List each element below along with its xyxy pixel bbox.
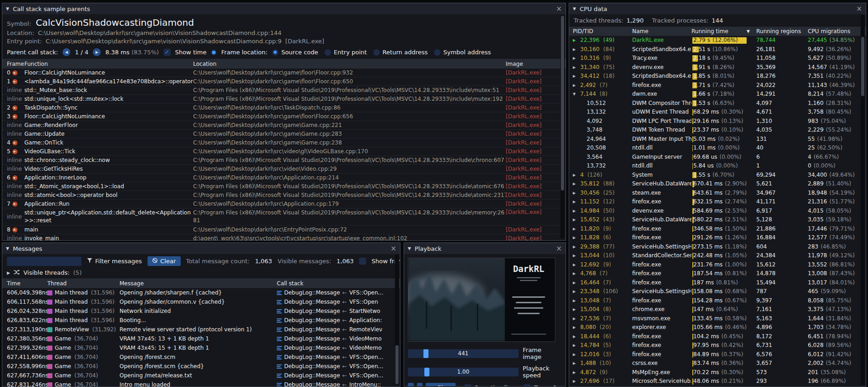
cpu-row[interactable]: 10,512DWM Compositor Thread1.53 s(6.63%)… [569,99,866,108]
cpu-row[interactable]: ▶14,984(50)devenv.exe584.69 ms(2.53%)6,9… [569,207,866,216]
cpu-row[interactable]: ▶34,412(18)ScriptedSandbox64.exe1.85 s(8… [569,72,866,81]
message-row[interactable]: 627,411,606nsGame(36,704)Opening /forest… [2,352,400,362]
callstack-frame-row[interactable]: inlinestd::unique_lock<std::mutex>::lock… [2,95,565,104]
radio-symbol-address[interactable]: Symbol address [434,49,491,56]
expand-icon[interactable]: ▶ [573,350,578,359]
callstack-scrollbar[interactable] [560,15,565,239]
cpu-row[interactable]: ▶15,004(8)chrome.exe147 ms(0.64%)7,1613,… [569,305,866,314]
expand-icon[interactable]: ▶ [573,314,578,323]
filter-messages-button[interactable]: Filter messages [87,258,142,265]
callstack-frame-row[interactable]: 6▶Application::InnerLoopC:\Users\wolf\De… [2,173,565,182]
callstack-frame-row[interactable]: inlineVideo::GetTicksHiResC:\Users\wolf\… [2,165,565,173]
callstack-titlebar[interactable]: ▼ Call stack sample parents × [2,3,565,14]
frame-jump-icon[interactable]: ▶ [12,149,17,154]
message-row[interactable]: 606,049,398nsMain thread(31,596)Opening … [2,288,400,297]
cpu-row[interactable]: 24,964DWM Master Input Thread5.03 ms(0.0… [569,135,866,144]
message-row[interactable]: 627,558,996nsGame(36,704)Opening /forest… [2,362,400,371]
cpu-row[interactable]: ▶22,396(49)DarkRL.exe2.79 s(12.06%)78,74… [569,36,866,45]
cpu-titlebar[interactable]: ▼ CPU data × [569,3,866,14]
playback-titlebar[interactable]: ▼ Playback × [404,243,565,254]
cpu-row[interactable]: ▶27,696(17)Microsoft.ServiceHub.Controll… [569,377,866,386]
cpu-row[interactable]: ▶11,820(9)firefox.exe346.58 ms(1.50%)21,… [569,225,866,234]
expand-icon[interactable]: ▶ [573,323,578,332]
callstack-frame-row[interactable]: 0▶Floor::CalcLightNoLuminanceC:\Users\wo… [2,69,565,77]
clear-button[interactable]: Clear [148,256,181,266]
next-frame-button[interactable]: ▶ [417,383,423,387]
cpu-row[interactable]: ▶23,348(106)ServiceHub.SettingsHost.exe1… [569,287,866,296]
prev-frame-button[interactable]: ◀ [408,383,414,387]
column-header-cpu-migrations[interactable]: CPU migrations [808,28,866,35]
cpu-row[interactable]: ▶11,828(6)firefox.exe291.26 ms(1.26%)16,… [569,233,866,243]
visible-threads-expander[interactable]: ▶ [7,271,10,275]
cpu-row[interactable]: ▶30,160(84)ScriptedSandbox64.exe2.51 s(1… [569,45,866,54]
frame-jump-icon[interactable]: ▶ [12,105,17,110]
callstack-list-icon[interactable] [277,300,282,305]
expand-icon[interactable]: ▶ [573,287,578,296]
column-header-pid-tid[interactable]: PID/TID [569,28,632,35]
callstack-list-icon[interactable] [277,309,282,314]
collapse-icon[interactable]: ▼ [573,6,576,11]
expand-icon[interactable]: ▶ [573,81,578,90]
expand-icon[interactable]: ▶ [573,332,578,341]
cpu-row[interactable]: ▶10,316(9)Tracy.exe2.18 s(9.45%)11,0585,… [569,54,866,63]
cpu-row[interactable]: ▶11,152(12)firefox.exe632.15 ms(2.74%)41… [569,197,866,207]
cpu-row[interactable]: ▶12,016(3)firefox.exe84.89 ms(0.37%)6,57… [569,350,866,359]
expand-icon[interactable]: ▶ [573,260,578,270]
callstack-frame-row[interactable]: inlineinvoke_maind:\agent\_work\63\s\src… [2,234,565,241]
cpu-row[interactable]: ▶12,692(9)firefox.exe231.76 ms(1.00%)15,… [569,260,866,270]
callstack-list-icon[interactable] [277,327,282,332]
callstack-list-icon[interactable] [277,336,282,341]
radio-return-address[interactable]: Return address [373,49,428,56]
scrollbar-thumb[interactable] [395,345,399,384]
expand-icon[interactable]: ▶ [573,233,578,243]
messages-scrollbar[interactable] [395,254,399,385]
expand-icon[interactable]: ▶ [573,359,578,368]
expand-icon[interactable]: ▶ [573,225,578,234]
message-row[interactable]: 627,313,190nsRemoteView(31,392)Remote vi… [2,325,400,334]
cpu-row[interactable]: ▶29,388(77)ServiceHub.SettingsHost.exe27… [569,243,866,252]
callstack-frame-row[interactable]: 5▶VideoGLBase::TickC:\Users\wolf\Desktop… [2,147,565,156]
column-header-running-time[interactable]: Running time ▼ [691,28,756,35]
expand-icon[interactable]: ▶ [573,179,578,189]
zoom-2x-checkbox[interactable]: ✓ [524,384,531,387]
expand-icon[interactable]: ▶ [573,341,578,350]
collapse-icon[interactable]: ▼ [408,246,411,251]
callstack-list-icon[interactable] [277,290,282,295]
cpu-row[interactable]: ▶4,768(7)firefox.exe187.54 ms(0.81%)14,8… [569,269,866,278]
next-stack-button[interactable]: ▶ [93,48,101,56]
cpu-scrollbar[interactable] [861,15,865,385]
message-row[interactable]: 606,117,568nsMain thread(31,596)Opening … [2,297,400,306]
cpu-row[interactable]: ▶2,492(7)firefox.exe1.71 s(7.42%)24,0221… [569,81,866,90]
cpu-row[interactable]: ▶14,784(5)firefox.exe97.95 ms(0.42%)6,73… [569,341,866,350]
callstack-frame-row[interactable]: 7▶Application::RunC:\Users\wolf\Desktop\… [2,200,565,208]
callstack-list-icon[interactable] [277,346,282,351]
cpu-row[interactable]: ▶30,456(25)steam.exe643.61 ms(2.79%)34,9… [569,189,866,198]
cpu-row[interactable]: ▶4(126)System1.55 s(6.70%)69,29434,400(4… [569,171,866,180]
frame-jump-icon[interactable]: ▶ [12,175,17,180]
callstack-frame-row[interactable]: 8▶mainC:\Users\wolf\Desktop\darkrl\src\E… [2,225,565,234]
expand-icon[interactable]: ▶ [573,377,578,386]
expand-icon[interactable]: ▶ [573,54,578,63]
cpu-row[interactable]: ▶31,340(75)devenv.exe1.91 s(8.26%)35,369… [569,63,866,72]
callstack-frame-row[interactable]: inlineGame::RenderFloorC:\Users\wolf\Des… [2,121,565,130]
cpu-row[interactable]: ▶8,080(20)explorer.exe105.66 ms(0.46%)4,… [569,323,866,332]
show-time-checkbox[interactable]: ✓ [164,49,171,56]
scrollbar-thumb[interactable] [561,16,564,191]
cpu-row[interactable]: ▶16,464(7)firefox.exe187 ms(0.81%)15,494… [569,278,866,288]
expand-icon[interactable]: ▶ [573,36,578,45]
messages-titlebar[interactable]: ▼ Messages × [2,243,400,254]
play-button[interactable]: ▶ Play [426,383,456,387]
close-icon[interactable]: × [856,6,862,12]
expand-icon[interactable]: ▶ [573,296,578,306]
message-row[interactable]: 626,833,622nsMain thread(31,596)Booting.… [2,316,400,325]
frame-image-slider[interactable]: 441 [408,349,519,358]
cpu-row[interactable]: 3,564GameInput server69.68 us(0.00%)64(6… [569,153,866,162]
cpu-row[interactable]: ▶35,812(88)ServiceHub.DataWarehouseHost.… [569,179,866,189]
cpu-row[interactable]: 3,748DWM Token Thread23.37 ms(0.10%)4,03… [569,126,866,135]
callstack-frame-row[interactable]: 3▶Floor::CalcLightNoLuminanceC:\Users\wo… [2,112,565,121]
radio-entry-point[interactable]: Entry point [325,49,367,56]
cpu-row[interactable]: 20,508ntdll.dll1.01 ms(0.00%)4025(62.50%… [569,144,866,153]
callstack-frame-row[interactable]: 4▶Game::OnTickC:\Users\wolf\Desktop\dark… [2,139,565,147]
expand-icon[interactable]: ▶ [573,63,578,72]
frame-jump-icon[interactable]: ▶ [12,202,17,207]
